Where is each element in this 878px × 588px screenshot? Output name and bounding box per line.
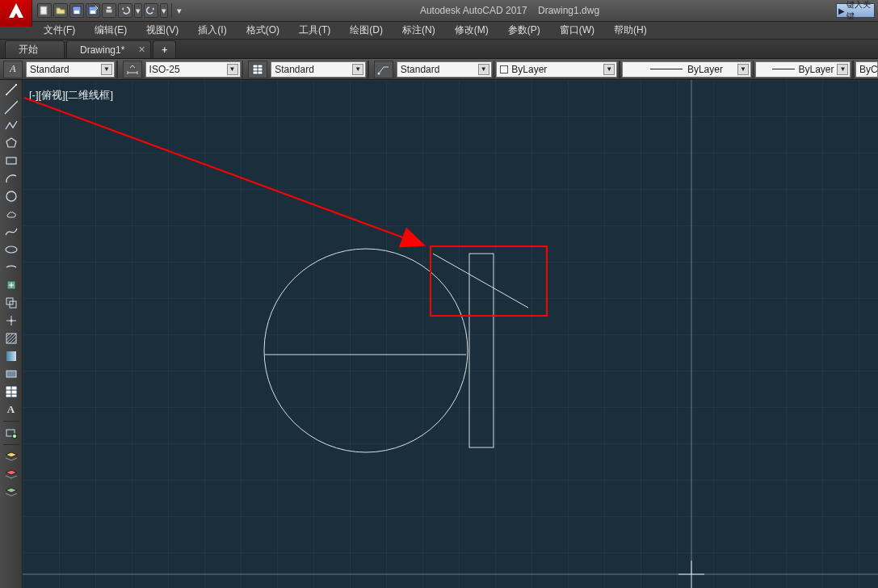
spline-button[interactable] [2, 224, 20, 240]
new-icon[interactable] [37, 3, 52, 18]
polyline-button[interactable] [2, 117, 20, 133]
rectangle-button[interactable] [2, 153, 20, 169]
open-icon[interactable] [53, 3, 68, 18]
table-button[interactable] [2, 384, 20, 400]
draw-toolbar: A [0, 80, 23, 588]
revision-cloud-button[interactable] [2, 206, 20, 222]
svg-rect-6 [107, 6, 111, 9]
linetype-value: ByLayer [687, 64, 723, 75]
menu-view[interactable]: 视图(V) [137, 22, 188, 39]
search-input[interactable]: ▶键入关键 [836, 3, 875, 18]
plotstyle-dropdown[interactable]: ByC [855, 61, 878, 78]
lineweight-preview-icon [772, 69, 795, 69]
chevron-down-icon[interactable]: ▼ [101, 64, 112, 75]
menu-file[interactable]: 文件(F) [34, 22, 85, 39]
table-style-value: Standard [275, 64, 314, 75]
svg-rect-13 [6, 94, 7, 95]
construction-line-button[interactable] [2, 99, 20, 116]
ellipse-arc-button[interactable] [2, 259, 20, 275]
print-icon[interactable] [102, 3, 116, 18]
text-style-dropdown[interactable]: Standard▼ [26, 61, 115, 78]
menu-param[interactable]: 参数(P) [498, 22, 550, 39]
menu-window[interactable]: 窗口(W) [550, 22, 604, 39]
text-style-value: Standard [30, 64, 69, 75]
svg-point-11 [377, 72, 380, 74]
menu-format[interactable]: 格式(O) [237, 22, 289, 39]
arc-button[interactable] [2, 170, 20, 187]
layer-color-dropdown[interactable]: ByLayer▼ [496, 61, 617, 78]
qat-more-icon[interactable]: ▾ [175, 3, 183, 18]
menu-dim[interactable]: 标注(N) [393, 22, 445, 39]
ellipse-button[interactable] [2, 242, 20, 258]
svg-rect-5 [106, 9, 112, 13]
multileader-style-icon[interactable] [374, 61, 393, 78]
menu-tools[interactable]: 工具(T) [289, 22, 340, 39]
make-block-button[interactable] [2, 295, 20, 311]
svg-rect-14 [15, 84, 17, 86]
svg-point-18 [6, 191, 16, 201]
chevron-down-icon[interactable]: ▼ [837, 64, 848, 75]
table-style-icon[interactable] [248, 61, 267, 78]
search-placeholder: 键入关键 [846, 0, 872, 22]
region-button[interactable] [2, 366, 20, 382]
saveas-icon[interactable] [86, 3, 100, 18]
save-icon[interactable] [69, 3, 84, 18]
chevron-down-icon[interactable]: ▼ [737, 64, 749, 75]
polygon-button[interactable] [2, 135, 20, 151]
insert-block-button[interactable] [2, 277, 20, 293]
linetype-preview-icon [650, 69, 683, 69]
svg-rect-0 [40, 6, 47, 15]
tab-add[interactable]: + [153, 40, 176, 58]
circle-button[interactable] [2, 188, 20, 204]
layer-tools-button[interactable] [2, 448, 20, 464]
tab-start[interactable]: 开始 [5, 40, 65, 58]
chevron-down-icon[interactable]: ▼ [478, 64, 489, 75]
close-icon[interactable]: ✕ [138, 44, 145, 55]
svg-rect-27 [6, 351, 16, 361]
layer-match-button[interactable] [2, 484, 20, 500]
mtext-button[interactable]: A [2, 401, 20, 418]
menu-insert[interactable]: 插入(I) [188, 22, 236, 39]
svg-line-15 [5, 101, 18, 114]
menu-edit[interactable]: 编辑(E) [85, 22, 137, 39]
dim-style-icon[interactable] [123, 61, 142, 78]
line-tool-button[interactable] [2, 82, 20, 98]
drawing-canvas[interactable]: [-][俯视][二维线框] [23, 80, 878, 588]
redo-icon[interactable] [144, 3, 158, 18]
undo-icon[interactable] [118, 3, 132, 18]
app-menu-button[interactable] [0, 0, 32, 27]
viewport-label[interactable]: [-][俯视][二维线框] [29, 88, 113, 103]
menu-help[interactable]: 帮助(H) [604, 22, 657, 39]
menu-bar: 文件(F) 编辑(E) 视图(V) 插入(I) 格式(O) 工具(T) 绘图(D… [0, 22, 878, 40]
menu-draw[interactable]: 绘图(D) [340, 22, 393, 39]
point-button[interactable] [2, 313, 20, 329]
plotstyle-value: ByC [859, 64, 878, 75]
svg-rect-28 [6, 371, 16, 377]
lineweight-dropdown[interactable]: ByLayer▼ [755, 61, 851, 78]
hatch-button[interactable] [2, 330, 20, 346]
add-selected-button[interactable] [2, 425, 20, 441]
chevron-down-icon[interactable]: ▼ [227, 64, 238, 75]
svg-point-19 [6, 246, 17, 253]
layer-iso-button[interactable] [2, 466, 20, 482]
redo-dropdown-icon[interactable]: ▾ [160, 3, 168, 18]
dim-style-dropdown[interactable]: ISO-25▼ [145, 61, 241, 78]
svg-marker-16 [6, 138, 16, 147]
table-style-dropdown[interactable]: Standard▼ [271, 61, 366, 78]
multileader-style-value: Standard [401, 64, 440, 75]
multileader-style-dropdown[interactable]: Standard▼ [397, 61, 492, 78]
chevron-down-icon[interactable]: ▼ [603, 64, 615, 75]
linetype-dropdown[interactable]: ByLayer▼ [622, 61, 751, 78]
style-toolbar: A Standard▼ ISO-25▼ Standard▼ Standard▼ … [0, 59, 878, 80]
gradient-button[interactable] [2, 348, 20, 364]
tab-drawing[interactable]: Drawing1* ✕ [66, 40, 151, 58]
svg-line-12 [6, 85, 16, 94]
menu-modify[interactable]: 修改(M) [445, 22, 498, 39]
undo-dropdown-icon[interactable]: ▾ [134, 3, 142, 18]
svg-rect-17 [6, 158, 16, 164]
plus-icon: + [162, 44, 167, 56]
chevron-down-icon[interactable]: ▼ [352, 64, 363, 75]
title-bar: ▾ ▾ ▾ Autodesk AutoCAD 2017 Drawing1.dwg… [0, 0, 878, 22]
text-style-icon[interactable]: A [3, 61, 23, 78]
svg-rect-4 [90, 10, 95, 14]
